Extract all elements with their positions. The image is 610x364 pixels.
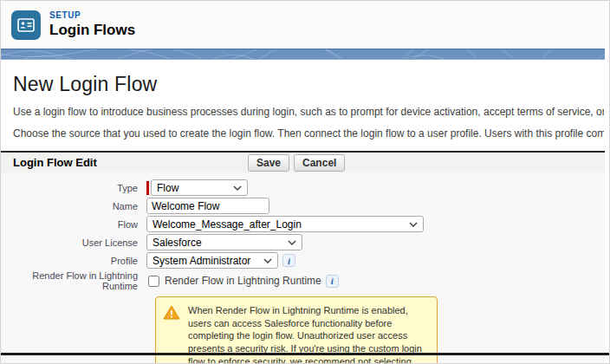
section-header-bar: Login Flow Edit Save Cancel: [1, 151, 605, 172]
flow-select-value: Welcome_Message_after_Login: [152, 218, 302, 231]
name-label: Name: [1, 201, 146, 211]
info-icon[interactable]: i: [326, 275, 339, 288]
render-runtime-label: Render Flow in Lightning Runtime: [1, 270, 146, 291]
contact-card-glyph: [17, 16, 35, 34]
flow-label: Flow: [1, 219, 146, 230]
login-flows-icon: [11, 10, 41, 40]
profile-select[interactable]: System Administrator: [146, 252, 278, 269]
bottom-divider: [1, 353, 610, 355]
main-content: New Login Flow Use a login flow to intro…: [1, 60, 605, 364]
profile-select-value: System Administrator: [152, 255, 250, 267]
chevron-down-icon: [233, 185, 242, 191]
render-flow-checkbox-label: Render Flow in Lightning Runtime: [165, 275, 321, 287]
flow-select[interactable]: Welcome_Message_after_Login: [146, 216, 424, 232]
name-row: Name: [1, 198, 605, 214]
cancel-button-top[interactable]: Cancel: [294, 154, 345, 172]
login-flow-form: Type Flow Name Flow: [1, 172, 605, 364]
banner-pattern: [1, 49, 605, 60]
render-runtime-row: Render Flow in Lightning Runtime Render …: [1, 270, 605, 291]
page-description-line2: Choose the source that you used to creat…: [13, 127, 604, 140]
type-label: Type: [1, 183, 146, 193]
user-license-label: User License: [1, 237, 146, 248]
profile-label: Profile: [1, 256, 146, 266]
top-button-group: Save Cancel: [248, 154, 349, 172]
chevron-down-icon: [409, 222, 418, 227]
required-indicator: [146, 181, 149, 195]
flow-row: Flow Welcome_Message_after_Login: [1, 216, 605, 232]
profile-row: Profile System Administrator i: [1, 252, 605, 269]
type-select[interactable]: Flow: [151, 179, 248, 196]
setup-header: SETUP Login Flows: [1, 1, 605, 49]
warning-icon: [163, 305, 180, 324]
render-flow-checkbox[interactable]: [148, 276, 159, 287]
save-button-top[interactable]: Save: [248, 154, 289, 172]
banner-strip: [1, 49, 605, 60]
setup-eyebrow: SETUP: [49, 10, 135, 20]
page-description-line1: Use a login flow to introduce business p…: [13, 106, 604, 118]
section-title: Login Flow Edit: [1, 156, 97, 169]
chevron-down-icon: [288, 240, 296, 245]
setup-title: Login Flows: [49, 22, 135, 39]
header-text: SETUP Login Flows: [49, 10, 135, 39]
info-icon[interactable]: i: [282, 254, 295, 267]
user-license-row: User License Salesforce: [1, 234, 605, 250]
page-title: New Login Flow: [13, 73, 605, 96]
type-row: Type Flow: [1, 179, 605, 196]
name-input[interactable]: [146, 198, 269, 214]
user-license-select-value: Salesforce: [152, 237, 202, 249]
user-license-select[interactable]: Salesforce: [146, 234, 302, 250]
page: SETUP Login Flows New Login Flow Use a l…: [0, 0, 610, 364]
login-flow-edit-section: Login Flow Edit Save Cancel Type Flow: [1, 151, 605, 364]
type-select-value: Flow: [157, 182, 178, 194]
chevron-down-icon: [263, 258, 272, 263]
